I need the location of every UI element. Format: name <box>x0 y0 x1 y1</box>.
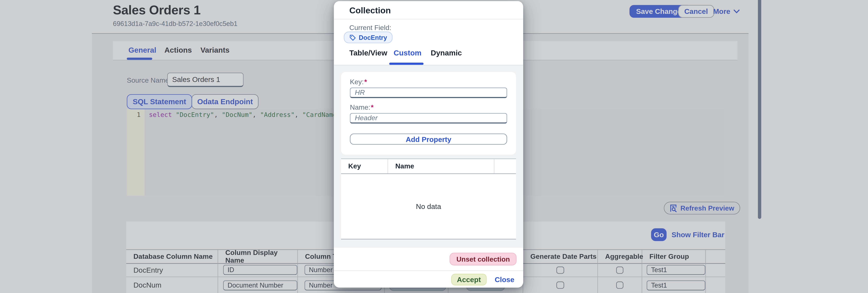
properties-name-header: Name <box>388 159 494 173</box>
add-property-button[interactable]: Add Property <box>350 134 507 145</box>
name-required-asterisk: * <box>371 104 374 111</box>
accept-button[interactable]: Accept <box>451 273 487 285</box>
dialog-tab-custom[interactable]: Custom <box>394 49 422 57</box>
unset-collection-row: Unset collection <box>334 248 523 270</box>
app-viewport: Sales Orders 1 69613d1a-7a9c-41db-b572-1… <box>0 0 868 293</box>
current-field-label: Current Field: <box>349 24 391 32</box>
dialog-active-tab-underline <box>389 63 424 64</box>
custom-collection-form: Key:* Name:* Add Property <box>341 72 516 155</box>
properties-key-header: Key <box>341 159 388 173</box>
collection-dialog: Collection Current Field: DocEntry Table… <box>334 1 523 288</box>
properties-actions-header <box>494 159 516 173</box>
dialog-title: Collection <box>349 6 391 16</box>
key-input[interactable] <box>350 88 507 98</box>
name-label: Name:* <box>350 104 374 111</box>
key-label: Key:* <box>350 78 367 86</box>
close-button[interactable]: Close <box>495 275 514 283</box>
name-input[interactable] <box>350 113 507 123</box>
no-data-text: No data <box>341 174 516 239</box>
dialog-footer: Accept Close <box>334 270 523 288</box>
dialog-tab-table-view[interactable]: Table/View <box>349 49 387 57</box>
tag-icon <box>349 34 356 41</box>
unset-collection-button[interactable]: Unset collection <box>450 253 517 265</box>
current-field-chip[interactable]: DocEntry <box>344 32 393 43</box>
dialog-header-divider <box>334 19 523 19</box>
current-field-chip-label: DocEntry <box>359 34 387 41</box>
dialog-tab-dynamic[interactable]: Dynamic <box>431 49 462 57</box>
key-required-asterisk: * <box>364 78 367 86</box>
properties-table: Key Name No data <box>341 158 516 239</box>
